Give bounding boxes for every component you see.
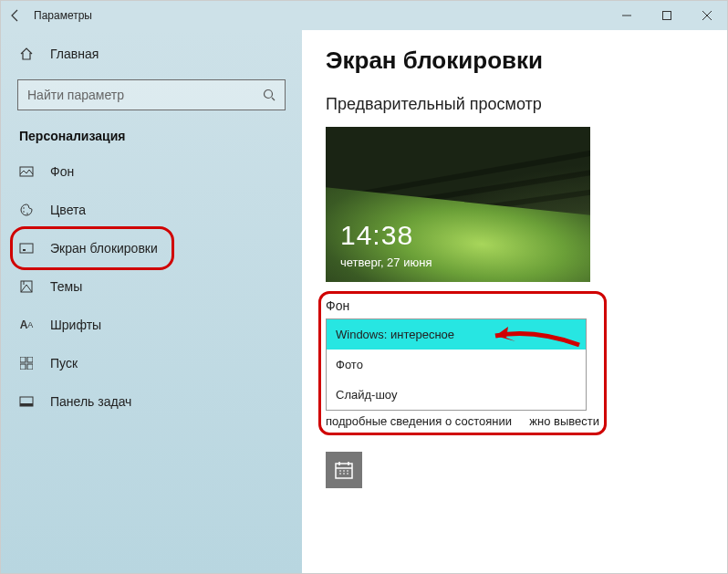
page-title: Экран блокировки <box>326 47 703 75</box>
sidebar-item-label: Пуск <box>50 356 78 370</box>
dropdown-option-photo[interactable]: Фото <box>327 350 586 380</box>
dropdown-option-label: Фото <box>336 358 363 371</box>
home-icon <box>19 47 34 61</box>
taskbar-icon <box>19 394 34 409</box>
svg-point-1 <box>265 90 273 99</box>
svg-rect-11 <box>20 364 26 370</box>
sidebar: Главная Персонализация Фон Цвета <box>1 30 302 573</box>
main-content: Экран блокировки Предварительный просмот… <box>302 30 727 573</box>
preview-date: четверг, 27 июня <box>340 256 432 269</box>
svg-rect-7 <box>23 249 26 251</box>
preview-heading: Предварительный просмотр <box>326 95 703 114</box>
sidebar-item-label: Экран блокировки <box>50 241 158 256</box>
calendar-icon <box>334 460 354 480</box>
dropdown-option-label: Windows: интересное <box>336 328 454 341</box>
lockscreen-icon <box>19 241 34 256</box>
background-dropdown[interactable]: Windows: интересное Фото Слайд-шоу <box>326 318 587 411</box>
background-label: Фон <box>326 295 599 317</box>
nav-home-label: Главная <box>50 47 99 61</box>
svg-rect-10 <box>27 357 33 362</box>
sidebar-item-fonts[interactable]: AA Шрифты <box>1 306 302 344</box>
start-icon <box>19 357 34 370</box>
svg-rect-14 <box>20 403 33 406</box>
svg-point-4 <box>23 211 25 213</box>
sidebar-item-start[interactable]: Пуск <box>1 344 302 382</box>
close-button[interactable] <box>687 1 727 30</box>
maximize-button[interactable] <box>647 1 687 30</box>
picture-icon <box>19 164 34 179</box>
svg-rect-9 <box>20 357 26 362</box>
dropdown-option-spotlight[interactable]: Windows: интересное <box>327 319 586 350</box>
obscured-text: подробные сведения о состоянии жно вывес… <box>326 414 599 428</box>
dropdown-option-slideshow[interactable]: Слайд-шоу <box>327 380 586 410</box>
svg-rect-12 <box>27 364 33 370</box>
svg-point-3 <box>23 207 25 209</box>
sidebar-item-label: Шрифты <box>50 318 101 332</box>
calendar-app-tile[interactable] <box>326 452 362 488</box>
sidebar-item-label: Фон <box>50 164 74 179</box>
svg-rect-6 <box>20 244 33 253</box>
sidebar-item-label: Цвета <box>50 203 86 217</box>
back-button[interactable] <box>1 9 30 22</box>
background-section: Фон Windows: интересное Фото Слайд-шоу <box>326 295 599 433</box>
palette-icon <box>19 203 34 217</box>
sidebar-item-colors[interactable]: Цвета <box>1 191 302 229</box>
sidebar-item-label: Темы <box>50 279 82 294</box>
dropdown-option-label: Слайд-шоу <box>336 388 397 402</box>
section-header: Персонализация <box>1 121 302 152</box>
nav-home[interactable]: Главная <box>1 36 302 72</box>
search-box[interactable] <box>17 79 286 110</box>
sidebar-item-label: Панель задач <box>50 394 131 409</box>
sidebar-item-background[interactable]: Фон <box>1 152 302 191</box>
sidebar-item-taskbar[interactable]: Панель задач <box>1 382 302 421</box>
search-icon <box>254 89 285 101</box>
fonts-icon: AA <box>19 318 34 331</box>
sidebar-item-lockscreen[interactable]: Экран блокировки <box>1 229 302 267</box>
themes-icon <box>19 279 34 294</box>
titlebar: Параметры <box>1 1 727 30</box>
svg-rect-0 <box>663 12 671 20</box>
svg-point-5 <box>26 213 28 214</box>
sidebar-item-themes[interactable]: Темы <box>1 267 302 306</box>
search-input[interactable] <box>18 88 254 102</box>
minimize-button[interactable] <box>607 1 647 30</box>
lockscreen-preview: 14:38 четверг, 27 июня <box>326 127 590 282</box>
preview-time: 14:38 <box>340 220 413 251</box>
window-title: Параметры <box>30 9 92 22</box>
